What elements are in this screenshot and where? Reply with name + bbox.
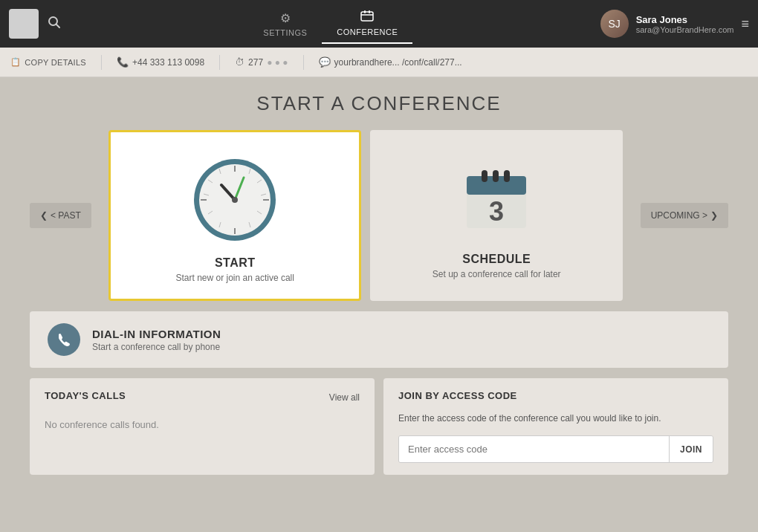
pin-dots: ● ● ● (267, 57, 288, 68)
join-description: Enter the access code of the conference … (398, 412, 713, 425)
svg-point-24 (232, 197, 238, 203)
pin-icon: ⏱ (235, 56, 244, 68)
phone-number: +44 333 113 0098 (132, 57, 204, 68)
calendar-icon: 3 (456, 159, 537, 241)
bottom-row: TODAY'S CALLS View all No conference cal… (30, 378, 728, 475)
link-info: 💬 yourbrandhere... /conf/call/277... (319, 56, 462, 68)
nav-right: SJ Sara Jones sara@YourBrandHere.com ≡ (600, 10, 749, 38)
pin-number: 277 (248, 57, 263, 68)
copy-details-label: COPY DETAILS (25, 58, 86, 67)
svg-rect-28 (493, 170, 499, 182)
dial-in-subtitle: Start a conference call by phone (92, 342, 221, 352)
top-navigation: ⚙ SETTINGS CONFERENCE SJ Sara Jones sara… (0, 0, 758, 48)
phone-icon: 📞 (117, 56, 129, 68)
tab-settings[interactable]: ⚙ SETTINGS (248, 5, 322, 43)
clock-icon (190, 155, 279, 244)
svg-rect-2 (361, 12, 373, 21)
no-calls-text: No conference calls found. (45, 419, 360, 430)
pin-info: ⏱ 277 ● ● ● (235, 56, 288, 68)
start-subtitle: Start new or join an active call (176, 273, 294, 283)
divider3 (303, 55, 304, 70)
dial-in-icon (48, 323, 80, 356)
svg-text:3: 3 (489, 196, 504, 227)
nav-left (9, 9, 61, 39)
conference-link: yourbrandhere... /conf/call/277... (334, 57, 462, 68)
divider (101, 55, 102, 70)
settings-tab-label: SETTINGS (263, 28, 307, 37)
past-label: < PAST (51, 210, 81, 221)
join-by-code-title: JOIN BY ACCESS CODE (398, 390, 517, 401)
option-cards: START Start new or join an active call (99, 130, 633, 301)
join-by-code-card: JOIN BY ACCESS CODE Enter the access cod… (383, 378, 728, 475)
copy-icon: 📋 (10, 57, 21, 67)
link-icon: 💬 (319, 56, 331, 68)
svg-rect-4 (369, 10, 370, 13)
nav-tabs: ⚙ SETTINGS CONFERENCE (248, 4, 412, 44)
past-button[interactable]: ❮ < PAST (30, 203, 91, 228)
schedule-title: SCHEDULE (462, 253, 531, 266)
search-button[interactable] (48, 16, 61, 33)
divider2 (219, 55, 220, 70)
access-code-input[interactable] (399, 436, 669, 462)
cards-row: ❮ < PAST (30, 130, 728, 301)
access-code-row: JOIN (398, 435, 713, 463)
dial-in-title: DIAL-IN INFORMATION (92, 328, 221, 340)
avatar: SJ (600, 10, 629, 38)
phone-info: 📞 +44 333 113 0098 (117, 56, 204, 68)
logo[interactable] (9, 9, 39, 39)
menu-button[interactable]: ≡ (741, 16, 749, 32)
svg-line-1 (56, 24, 60, 27)
settings-icon: ⚙ (280, 11, 291, 25)
dial-in-text: DIAL-IN INFORMATION Start a conference c… (92, 328, 221, 352)
user-info: Sara Jones sara@YourBrandHere.com (636, 14, 734, 34)
todays-calls-header: TODAY'S CALLS View all (45, 390, 360, 404)
svg-rect-27 (482, 170, 487, 182)
user-name: Sara Jones (636, 14, 734, 25)
past-arrow-icon: ❮ (40, 210, 48, 221)
schedule-subtitle: Set up a conference call for later (433, 269, 561, 279)
join-by-code-header: JOIN BY ACCESS CODE (398, 390, 713, 404)
copy-details-button[interactable]: 📋 COPY DETAILS (10, 57, 86, 67)
start-title: START (215, 256, 256, 270)
dial-in-bar[interactable]: DIAL-IN INFORMATION Start a conference c… (30, 311, 728, 368)
view-all-link[interactable]: View all (329, 392, 360, 403)
upcoming-arrow-icon: ❯ (710, 210, 718, 221)
start-card[interactable]: START Start new or join an active call (108, 130, 361, 301)
user-email: sara@YourBrandHere.com (636, 25, 734, 34)
schedule-card[interactable]: 3 SCHEDULE Set up a conference call for … (370, 130, 623, 301)
tab-conference[interactable]: CONFERENCE (322, 4, 412, 44)
upcoming-button[interactable]: UPCOMING > ❯ (641, 203, 728, 228)
svg-rect-29 (504, 170, 510, 182)
svg-rect-3 (364, 10, 366, 13)
todays-calls-card: TODAY'S CALLS View all No conference cal… (30, 378, 375, 475)
page-title: START A CONFERENCE (30, 92, 728, 115)
info-bar: 📋 COPY DETAILS 📞 +44 333 113 0098 ⏱ 277 … (0, 48, 758, 77)
conference-icon (360, 10, 374, 25)
todays-calls-title: TODAY'S CALLS (45, 390, 126, 401)
main-content: START A CONFERENCE ❮ < PAST (0, 77, 758, 490)
upcoming-label: UPCOMING > (651, 210, 707, 221)
conference-tab-label: CONFERENCE (337, 27, 398, 36)
join-button[interactable]: JOIN (669, 436, 713, 462)
